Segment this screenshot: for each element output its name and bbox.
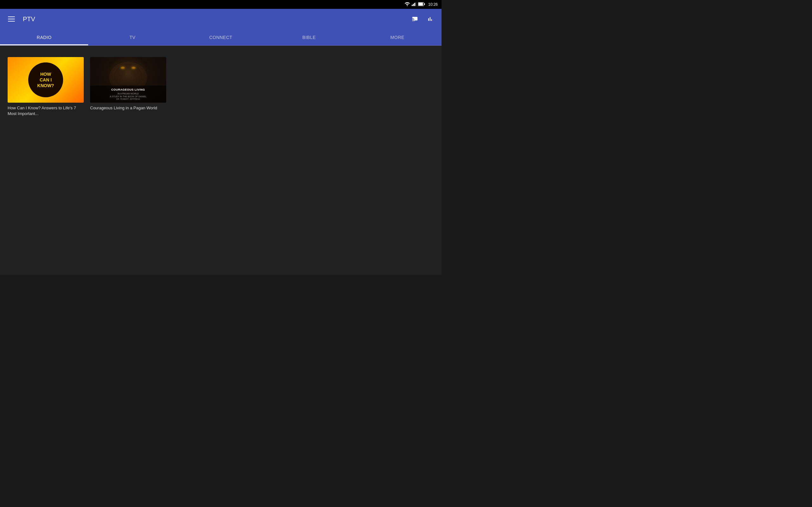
card1-background: HOWCAN IKNOW? bbox=[8, 57, 84, 103]
cast-button[interactable] bbox=[409, 13, 421, 25]
card2-author: DR. ROBERT JEFFRESS bbox=[93, 98, 164, 100]
content-grid: HOWCAN IKNOW? How Can I Know? Answers to… bbox=[8, 57, 434, 117]
app-title: PTV bbox=[23, 15, 409, 23]
tab-more[interactable]: MORE bbox=[353, 29, 442, 45]
chart-button[interactable] bbox=[424, 13, 437, 25]
card2-title: COURAGEOUS LIVING bbox=[93, 88, 164, 92]
bar-chart-icon bbox=[427, 16, 433, 22]
app-bar: PTV bbox=[0, 9, 442, 29]
svg-point-9 bbox=[118, 68, 125, 77]
status-bar: 10:26 bbox=[0, 0, 442, 9]
card1-circle: HOWCAN IKNOW? bbox=[28, 62, 63, 97]
nav-tabs: RADIO TV CONNECT BIBLE MORE bbox=[0, 29, 442, 46]
main-content: HOWCAN IKNOW? How Can I Know? Answers to… bbox=[0, 46, 442, 275]
svg-rect-1 bbox=[413, 4, 414, 6]
card1-label: How Can I Know? Answers to Life's 7 Most… bbox=[8, 105, 84, 117]
svg-point-8 bbox=[114, 64, 142, 88]
hamburger-line-1 bbox=[8, 16, 15, 17]
time-display: 10:26 bbox=[428, 2, 438, 7]
card2-subtitle: IN A PAGAN WORLD bbox=[93, 93, 164, 95]
card1-circle-text: HOWCAN IKNOW? bbox=[38, 71, 54, 89]
battery-icon bbox=[418, 2, 425, 7]
card2-label: Courageous Living in a Pagan World bbox=[90, 105, 166, 111]
tab-radio[interactable]: RADIO bbox=[0, 29, 88, 45]
svg-point-10 bbox=[131, 68, 138, 77]
card1-thumbnail: HOWCAN IKNOW? bbox=[8, 57, 84, 103]
tab-bible[interactable]: BIBLE bbox=[265, 29, 353, 45]
wifi-icon bbox=[405, 2, 410, 7]
tab-tv[interactable]: TV bbox=[88, 29, 176, 45]
tab-connect[interactable]: CONNECT bbox=[177, 29, 265, 45]
hamburger-line-3 bbox=[8, 21, 15, 21]
signal-icon bbox=[412, 2, 416, 7]
card2-lion-image: COURAGEOUS LIVING IN A PAGAN WORLD A STU… bbox=[90, 57, 166, 103]
media-card-1[interactable]: HOWCAN IKNOW? How Can I Know? Answers to… bbox=[8, 57, 84, 117]
svg-rect-6 bbox=[424, 3, 425, 5]
svg-rect-2 bbox=[414, 3, 415, 6]
card2-thumbnail: COURAGEOUS LIVING IN A PAGAN WORLD A STU… bbox=[90, 57, 166, 103]
svg-rect-5 bbox=[418, 3, 423, 6]
card2-tagline: A STUDY IN THE BOOK OF DANIEL bbox=[93, 95, 164, 98]
svg-rect-0 bbox=[412, 5, 413, 6]
cast-icon bbox=[411, 16, 418, 22]
hamburger-line-2 bbox=[8, 19, 15, 19]
card2-background: COURAGEOUS LIVING IN A PAGAN WORLD A STU… bbox=[90, 57, 166, 103]
card2-text-overlay: COURAGEOUS LIVING IN A PAGAN WORLD A STU… bbox=[90, 86, 166, 103]
svg-rect-3 bbox=[415, 2, 416, 6]
media-card-2[interactable]: COURAGEOUS LIVING IN A PAGAN WORLD A STU… bbox=[90, 57, 166, 117]
menu-button[interactable] bbox=[5, 13, 18, 25]
